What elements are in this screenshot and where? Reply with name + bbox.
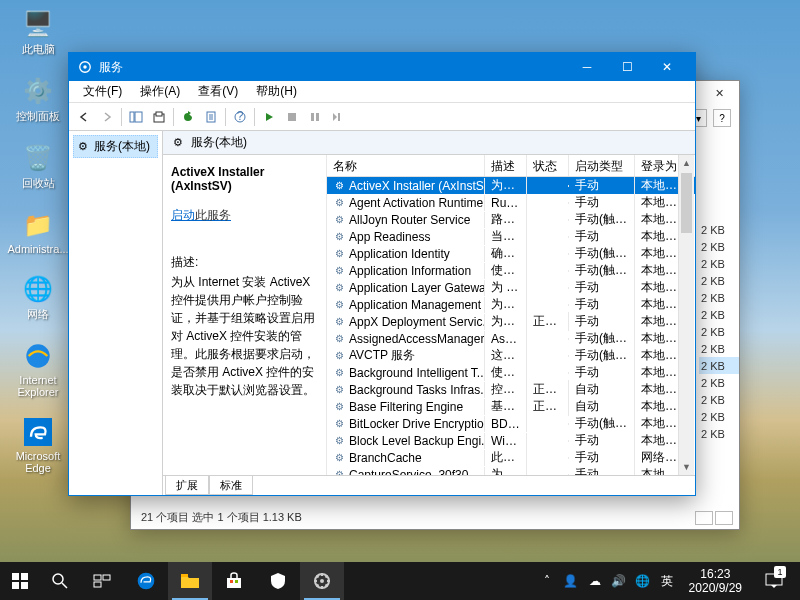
refresh-button[interactable] [177, 106, 199, 128]
service-row[interactable]: ⚙ActiveX Installer (AxInstSV)为从 ...手动本地系… [327, 177, 695, 194]
service-row[interactable]: ⚙Background Intelligent T...使用...手动本地系统 [327, 364, 695, 381]
tab-extended[interactable]: 扩展 [165, 476, 209, 495]
gear-icon: ⚙ [333, 417, 346, 430]
services-window[interactable]: 服务 ─ ☐ ✕ 文件(F) 操作(A) 查看(V) 帮助(H) ? ⚙ [68, 52, 696, 496]
service-row[interactable]: ⚙BranchCache此服...手动网络服务 [327, 449, 695, 466]
service-row[interactable]: ⚙Base Filtering Engine基本...正在...自动本地服务 [327, 398, 695, 415]
taskbar[interactable]: ˄ 👤 ☁ 🔊 🌐 英 16:23 2020/9/29 1 [0, 562, 800, 600]
service-row[interactable]: ⚙BitLocker Drive Encryptio...BDE...手动(触发… [327, 415, 695, 432]
service-desc-text: Assi... [485, 331, 527, 347]
service-row[interactable]: ⚙CaptureService_30f30为调...手动本地系统 [327, 466, 695, 475]
tray-people-icon[interactable]: 👤 [563, 573, 579, 589]
view-details-button[interactable] [695, 511, 713, 525]
taskbar-store[interactable] [212, 562, 256, 600]
taskbar-explorer[interactable] [168, 562, 212, 600]
restart-service-button[interactable] [327, 106, 349, 128]
show-hide-tree-button[interactable] [125, 106, 147, 128]
service-row[interactable]: ⚙Block Level Backup Engi...Win...手动本地系统 [327, 432, 695, 449]
help-button[interactable]: ? [713, 109, 731, 127]
service-row[interactable]: ⚙Application Management为通...手动本地系统 [327, 296, 695, 313]
desktop-icon-administrator[interactable]: 📁Administra... [8, 209, 68, 255]
service-row[interactable]: ⚙AssignedAccessManager...Assi...手动(触发...… [327, 330, 695, 347]
tab-standard[interactable]: 标准 [209, 476, 253, 495]
service-desc-text: 为部... [485, 312, 527, 331]
column-description[interactable]: 描述 [485, 155, 527, 176]
minimize-button[interactable]: ─ [567, 53, 607, 81]
tray-clock[interactable]: 16:23 2020/9/29 [683, 567, 748, 596]
stop-service-button[interactable] [281, 106, 303, 128]
gear-icon: ⚙ [333, 315, 346, 328]
tray-network-icon[interactable]: 🌐 [635, 573, 651, 589]
service-row[interactable]: ⚙Application Layer Gatewa...为 In...手动本地服… [327, 279, 695, 296]
action-center-button[interactable]: 1 [756, 562, 792, 600]
taskbar-edge[interactable] [124, 562, 168, 600]
desktop-icon-computer[interactable]: 🖥️此电脑 [8, 8, 68, 57]
list-column-headers[interactable]: 名称 描述 状态 启动类型 登录为 [327, 155, 695, 177]
tray-chevron-up-icon[interactable]: ˄ [539, 573, 555, 589]
tray-volume-icon[interactable]: 🔊 [611, 573, 627, 589]
close-button[interactable]: ✕ [647, 53, 687, 81]
service-row[interactable]: ⚙Agent Activation Runtime...Runt...手动本地系… [327, 194, 695, 211]
start-service-link[interactable]: 启动此服务 [171, 207, 318, 224]
service-row[interactable]: ⚙Background Tasks Infras...控制...正在...自动本… [327, 381, 695, 398]
service-status-text [527, 474, 569, 476]
tray-onedrive-icon[interactable]: ☁ [587, 573, 603, 589]
svg-rect-28 [235, 580, 238, 583]
taskbar-task-view[interactable] [80, 562, 124, 600]
export-button[interactable] [148, 106, 170, 128]
menu-action[interactable]: 操作(A) [132, 81, 188, 102]
scrollbar-thumb[interactable] [681, 173, 692, 233]
close-button[interactable]: ✕ [699, 81, 739, 105]
desktop-icon-network[interactable]: 🌐网络 [8, 273, 68, 322]
desktop-icon-ie[interactable]: Internet Explorer [8, 340, 68, 398]
desktop-icon-edge[interactable]: Microsoft Edge [8, 416, 68, 474]
menu-view[interactable]: 查看(V) [190, 81, 246, 102]
taskbar-security[interactable] [256, 562, 300, 600]
column-status[interactable]: 状态 [527, 155, 569, 176]
column-startup-type[interactable]: 启动类型 [569, 155, 635, 176]
menu-help[interactable]: 帮助(H) [248, 81, 305, 102]
service-row[interactable]: ⚙AllJoyn Router Service路由...手动(触发...本地服务 [327, 211, 695, 228]
vertical-scrollbar[interactable]: ▲ ▼ [678, 155, 694, 475]
service-desc-text: 为从 ... [485, 177, 527, 195]
control-panel-icon: ⚙️ [22, 75, 54, 107]
column-name[interactable]: 名称 [327, 155, 485, 176]
tree-pane[interactable]: ⚙ 服务(本地) [69, 131, 163, 495]
file-size: 2 KB [699, 425, 739, 442]
gear-icon: ⚙ [333, 298, 346, 311]
service-name-text: Application Layer Gatewa... [349, 281, 485, 295]
menu-file[interactable]: 文件(F) [75, 81, 130, 102]
service-row[interactable]: ⚙App Readiness当用...手动本地系统 [327, 228, 695, 245]
service-row[interactable]: ⚙Application Identity确定...手动(触发...本地服务 [327, 245, 695, 262]
tree-item-services-local[interactable]: ⚙ 服务(本地) [73, 135, 158, 158]
start-service-button[interactable] [258, 106, 280, 128]
svg-rect-21 [94, 575, 101, 580]
pause-service-button[interactable] [304, 106, 326, 128]
service-name-text: AssignedAccessManager... [349, 332, 485, 346]
search-button[interactable] [40, 562, 80, 600]
tray-ime-indicator[interactable]: 英 [659, 573, 675, 589]
service-row[interactable]: ⚙Application Information使用...手动(触发...本地系… [327, 262, 695, 279]
scroll-up-button[interactable]: ▲ [679, 155, 694, 171]
desktop-icon-control-panel[interactable]: ⚙️控制面板 [8, 75, 68, 124]
service-row[interactable]: ⚙AVCTP 服务这是...手动(触发...本地服务 [327, 347, 695, 364]
service-status-text [527, 355, 569, 357]
service-row[interactable]: ⚙AppX Deployment Servic...为部...正在...手动本地… [327, 313, 695, 330]
help-button[interactable]: ? [229, 106, 251, 128]
export-list-button[interactable] [200, 106, 222, 128]
titlebar[interactable]: 服务 ─ ☐ ✕ [69, 53, 695, 81]
start-button[interactable] [0, 562, 40, 600]
service-status-text [527, 185, 569, 187]
services-list[interactable]: 名称 描述 状态 启动类型 登录为 ⚙ActiveX Installer (Ax… [327, 155, 695, 475]
taskbar-services[interactable] [300, 562, 344, 600]
maximize-button[interactable]: ☐ [607, 53, 647, 81]
scroll-down-button[interactable]: ▼ [679, 459, 694, 475]
forward-button[interactable] [96, 106, 118, 128]
service-name-text: AVCTP 服务 [349, 347, 415, 364]
computer-icon: 🖥️ [22, 8, 54, 40]
file-size: 2 KB [699, 357, 739, 374]
desktop-icon-recycle-bin[interactable]: 🗑️回收站 [8, 142, 68, 191]
svg-rect-15 [12, 573, 19, 580]
back-button[interactable] [73, 106, 95, 128]
view-large-button[interactable] [715, 511, 733, 525]
